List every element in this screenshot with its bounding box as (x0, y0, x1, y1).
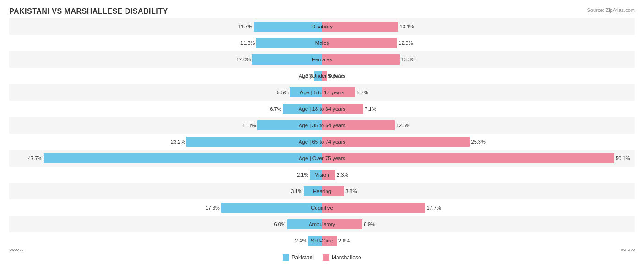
bar-center-label: Vision (315, 172, 329, 178)
bar-left-value: 2.4% (295, 238, 306, 243)
legend: Pakistani Marshallese (9, 254, 635, 261)
bar-left: 47.7% (44, 153, 322, 163)
bar-wrapper: 5.5%5.7%Age | 5 to 17 years (9, 84, 635, 101)
bar-left-value: 6.0% (274, 221, 286, 227)
bar-wrapper: 6.7%7.1%Age | 18 to 34 years (9, 101, 635, 117)
bar-wrapper: 17.3%17.7%Cognitive (9, 199, 635, 216)
legend-item-marshallese: Marshallese (323, 254, 361, 261)
bar-left-value: 12.0% (236, 57, 251, 62)
bar-right-value: 13.3% (401, 57, 415, 62)
bar-wrapper: 47.7%50.1%Age | Over 75 years (9, 150, 635, 167)
source-label: Source: ZipAtlas.com (587, 7, 635, 13)
table-row: 23.2%25.3%Age | 65 to 74 years (9, 134, 635, 150)
bar-left-value: 2.1% (297, 172, 308, 178)
bar-right-value: 13.1% (400, 24, 414, 29)
chart-title: PAKISTANI VS MARSHALLESE DISABILITY (9, 7, 635, 16)
bar-center-label: Males (315, 40, 329, 46)
bar-left: 17.3% (221, 203, 322, 213)
bar-wrapper: 3.1%3.8%Hearing (9, 183, 635, 199)
table-row: 11.7%13.1%Disability (9, 18, 635, 35)
bar-center-label: Cognitive (311, 205, 333, 210)
legend-label-marshallese: Marshallese (332, 254, 361, 261)
bar-center-label: Age | Under 5 years (299, 73, 345, 79)
bar-right-value: 17.7% (426, 205, 441, 210)
legend-box-marshallese (323, 254, 329, 261)
bar-right-value: 25.3% (471, 139, 486, 145)
bar-right-value: 2.6% (338, 238, 350, 243)
bar-right: 17.7% (322, 203, 425, 213)
bar-left-value: 5.5% (277, 90, 289, 95)
bar-left-value: 11.3% (240, 40, 255, 46)
table-row: 3.1%3.8%Hearing (9, 183, 635, 199)
bar-right-value: 12.9% (398, 40, 413, 46)
bar-right-value: 7.1% (365, 106, 376, 112)
bar-center-label: Age | 65 to 74 years (299, 139, 346, 145)
bar-wrapper: 11.1%12.5%Age | 35 to 64 years (9, 117, 635, 134)
legend-box-pakistani (283, 254, 289, 261)
bar-right: 50.1% (322, 153, 614, 163)
legend-label-pakistani: Pakistani (291, 254, 314, 261)
chart-area: 11.7%13.1%Disability11.3%12.9%Males12.0%… (9, 18, 635, 245)
bar-wrapper: 1.3%0.94%Age | Under 5 years (9, 68, 635, 84)
table-row: 6.0%6.9%Ambulatory (9, 216, 635, 232)
bar-wrapper: 12.0%13.3%Females (9, 51, 635, 68)
bar-wrapper: 23.2%25.3%Age | 65 to 74 years (9, 134, 635, 150)
bar-left-value: 47.7% (28, 156, 42, 161)
bar-wrapper: 11.7%13.1%Disability (9, 18, 635, 35)
bar-right: 13.1% (322, 22, 398, 32)
table-row: 2.1%2.3%Vision (9, 167, 635, 183)
bar-center-label: Females (312, 57, 332, 62)
table-row: 1.3%0.94%Age | Under 5 years (9, 68, 635, 84)
bar-right: 12.9% (322, 38, 397, 48)
bar-center-label: Self-Care (311, 238, 333, 243)
table-row: 47.7%50.1%Age | Over 75 years (9, 150, 635, 167)
bar-right-value: 3.8% (345, 188, 357, 194)
bar-right-value: 12.5% (396, 123, 410, 128)
bar-left-value: 11.1% (241, 123, 256, 128)
bar-center-label: Age | 35 to 64 years (299, 123, 346, 128)
table-row: 5.5%5.7%Age | 5 to 17 years (9, 84, 635, 101)
bar-center-label: Age | Over 75 years (299, 156, 345, 161)
bar-wrapper: 2.1%2.3%Vision (9, 167, 635, 183)
bar-right-value: 50.1% (616, 156, 630, 161)
bar-left-value: 23.2% (171, 139, 185, 145)
table-row: 11.3%12.9%Males (9, 35, 635, 51)
bar-center-label: Age | 18 to 34 years (299, 106, 346, 112)
bar-center-label: Age | 5 to 17 years (300, 90, 344, 95)
bar-right-value: 2.3% (337, 172, 348, 178)
table-row: 6.7%7.1%Age | 18 to 34 years (9, 101, 635, 117)
table-row: 11.1%12.5%Age | 35 to 64 years (9, 117, 635, 134)
bar-left-value: 3.1% (291, 188, 302, 194)
bar-center-label: Disability (311, 24, 333, 29)
bar-left: 11.3% (256, 38, 322, 48)
bar-left-value: 11.7% (238, 24, 252, 29)
bar-wrapper: 6.0%6.9%Ambulatory (9, 216, 635, 232)
bar-wrapper: 2.4%2.6%Self-Care (9, 232, 635, 249)
bar-center-label: Ambulatory (309, 221, 335, 227)
bar-center-label: Hearing (313, 188, 331, 194)
bar-right: 13.3% (322, 54, 400, 65)
chart-container: PAKISTANI VS MARSHALLESE DISABILITY Sour… (0, 0, 644, 280)
bar-left-value: 17.3% (206, 205, 220, 210)
table-row: 17.3%17.7%Cognitive (9, 199, 635, 216)
bar-left-value: 6.7% (270, 106, 281, 112)
bar-right-value: 5.7% (357, 90, 368, 95)
bar-wrapper: 11.3%12.9%Males (9, 35, 635, 51)
table-row: 2.4%2.6%Self-Care (9, 232, 635, 249)
table-row: 12.0%13.3%Females (9, 51, 635, 68)
legend-item-pakistani: Pakistani (283, 254, 314, 261)
bar-right-value: 6.9% (364, 221, 375, 227)
